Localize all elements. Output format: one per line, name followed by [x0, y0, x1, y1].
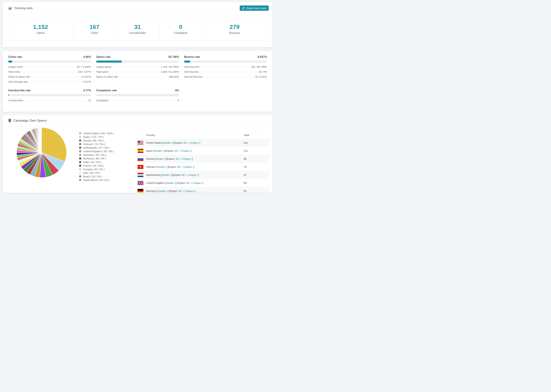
export-all-link[interactable]: All ›	[182, 173, 186, 176]
rate-value: 0.77%	[83, 89, 91, 92]
stat-row: Click through rate4.147%	[8, 80, 91, 83]
rate-title: Bounce rate	[184, 56, 200, 58]
legend-swatch	[79, 150, 81, 152]
legend-item-france[interactable]: France ( 42 / 2% )	[79, 164, 114, 168]
export-basic-stats-button[interactable]: Export basic stats	[240, 6, 269, 11]
stat-value: 220 / 5.87%	[78, 70, 91, 73]
stat-label: Clicks to opens rate	[8, 75, 30, 78]
progress-fill	[8, 94, 9, 96]
legend-item-russia[interactable]: Russia ( 86 / 5% )	[79, 139, 114, 142]
summary-value: 279	[230, 24, 240, 30]
export-all-link[interactable]: All ›	[177, 165, 182, 168]
stat-label: Click through rate	[8, 80, 28, 83]
legend-item-romania[interactable]: Romania ( 49 / 3% )	[79, 157, 114, 160]
stat-label: Soft bounces	[184, 70, 199, 73]
flag-icon-gb	[138, 181, 143, 185]
dotted-leader	[32, 77, 79, 77]
legend-item-italy[interactable]: Italy ( 36 / 2% )	[79, 171, 114, 175]
legend-label: Romania ( 49 / 3% )	[83, 157, 106, 160]
flag-icon-ru	[138, 157, 143, 161]
rate-block-clicks-rate: Clicks rate4.46%Unique clicks167 / 4.456…	[8, 56, 91, 83]
legend-item-netherlands[interactable]: Netherlands ( 67 / 4% )	[79, 146, 114, 149]
rate-value: 4.46%	[83, 56, 91, 58]
legend-item-canada[interactable]: Canada ( 40 / 2% )	[79, 168, 114, 171]
rate-head: Complaints rate0%	[96, 89, 179, 92]
total-cell: 67	[244, 173, 269, 176]
details-link[interactable]: Details ›	[157, 165, 166, 168]
details-link[interactable]: Details ›	[163, 141, 172, 144]
legend-item-brazil[interactable]: Brazil ( 33 / 2% )	[79, 175, 114, 178]
tracking-stats-header: Tracking stats Export basic stats	[3, 2, 272, 14]
stat-row: Total opens2,303 / 61.446%	[96, 70, 179, 73]
summary-value: 1,152	[33, 24, 48, 30]
geo-content: United States ( 541 / 31% )Spain ( 121 /…	[3, 126, 272, 193]
legend-swatch	[79, 161, 81, 163]
export-unique-link[interactable]: Unique ›	[188, 173, 198, 176]
geo-header: Campaign Geo Opens	[3, 115, 272, 126]
details-link[interactable]: Details ›	[166, 182, 175, 184]
progress-bar	[8, 61, 91, 63]
export-icon	[242, 7, 245, 10]
export-all-link[interactable]: All ›	[183, 141, 188, 144]
export-all-link[interactable]: All ›	[174, 149, 179, 152]
legend-swatch	[79, 154, 81, 156]
dotted-leader	[200, 72, 257, 72]
dotted-leader	[204, 77, 253, 77]
legend-item-vietnam[interactable]: Vietnam ( 79 / 5% )	[79, 142, 114, 146]
legend-item-spain[interactable]: Spain ( 121 / 7% )	[79, 135, 114, 139]
export-unique-link[interactable]: Unique ›	[185, 189, 195, 192]
summary-label: Bounces	[229, 31, 240, 35]
stat-value: 0	[178, 99, 179, 102]
export-unique-link[interactable]: Unique ›	[184, 165, 194, 168]
geo-table-row-united-kingdom: United Kingdom [Details ›] [Export: All …	[136, 179, 269, 187]
flag-icon-es	[138, 149, 143, 153]
export-unique-link[interactable]: Unique ›	[193, 182, 202, 184]
summary-box-opens: 1,152Opens	[8, 17, 73, 41]
geo-table-row-russia: Russia [Details ›] [Export: All › / Uniq…	[136, 155, 269, 163]
country-cell: United Kingdom [Details ›] [Export: All …	[146, 182, 244, 184]
country-cell: Russia [Details ›] [Export: All › / Uniq…	[146, 157, 244, 160]
legend-item-india[interactable]: India ( 46 / 3% )	[79, 160, 114, 164]
export-unique-link[interactable]: Unique ›	[182, 157, 192, 160]
legend-item-united-kingdom[interactable]: United Kingdom ( 59 / 3% )	[79, 149, 114, 153]
rate-head: Clicks rate4.46%	[8, 56, 91, 58]
legend-swatch	[79, 132, 81, 134]
stat-label: Opens to clicks rate	[96, 75, 118, 78]
geo-table-row-netherlands: Netherlands [Details ›] [Export: All › /…	[136, 171, 269, 179]
stat-row: Complaints0	[96, 99, 179, 102]
column-header-total: Total	[244, 133, 269, 136]
legend-label: Russia ( 86 / 5% )	[83, 139, 104, 142]
export-all-link[interactable]: All ›	[176, 157, 180, 160]
legend-item-germany[interactable]: Germany ( 55 / 3% )	[79, 153, 114, 157]
rate-title: Complaints rate	[96, 89, 117, 92]
details-link[interactable]: Details ›	[158, 189, 168, 192]
stat-value: 18 / 0%	[259, 70, 267, 73]
summary-value: 167	[90, 24, 99, 30]
details-link[interactable]: Details ›	[155, 157, 165, 160]
bar-chart-icon	[8, 6, 12, 10]
legend-swatch	[79, 139, 81, 142]
summary-label: Clicks	[91, 31, 98, 35]
geo-legend: United States ( 541 / 31% )Spain ( 121 /…	[79, 132, 114, 182]
rates-grid: Clicks rate4.46%Unique clicks167 / 4.456…	[3, 51, 272, 108]
legend-label: Spain ( 121 / 7% )	[83, 135, 104, 138]
legend-item-united-states[interactable]: United States ( 541 / 31% )	[79, 132, 114, 135]
rate-head: Bounce rate6.927%	[184, 56, 267, 58]
summary-box-clicks: 167Clicks	[73, 17, 116, 41]
legend-item-south-africa[interactable]: South Africa ( 29 / 2% )	[79, 178, 114, 182]
details-link[interactable]: Details ›	[161, 173, 171, 176]
export-unique-link[interactable]: Unique ›	[190, 141, 199, 144]
stat-value: 2,303 / 61.446%	[161, 70, 179, 73]
progress-bar	[96, 94, 179, 96]
export-all-link[interactable]: All ›	[186, 182, 191, 184]
details-link[interactable]: Details ›	[154, 149, 164, 152]
summary-label: Opens	[37, 31, 45, 35]
export-all-link[interactable]: All ›	[178, 189, 183, 192]
table-header-row: CountryTotal	[136, 131, 269, 139]
stat-row: Soft bounces18 / 0%	[184, 70, 267, 73]
progress-fill	[8, 61, 12, 63]
stat-row: Hard bounces242 / 86.738%	[184, 65, 267, 68]
export-unique-link[interactable]: Unique ›	[181, 149, 191, 152]
stat-label: Total clicks	[8, 70, 20, 73]
rate-title: Clicks rate	[8, 56, 22, 58]
